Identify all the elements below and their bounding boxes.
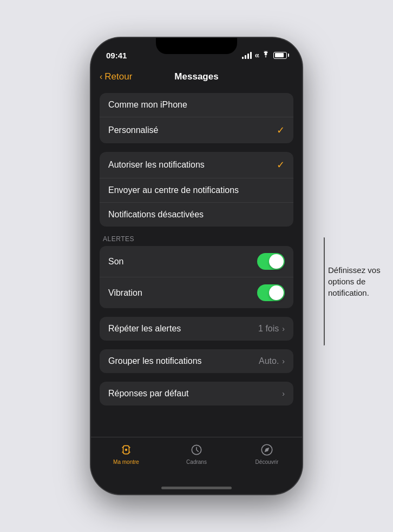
reponses-label: Réponses par défaut [108,389,189,398]
responses-section: Réponses par défaut › [100,382,293,405]
svg-point-2 [125,449,127,451]
bar1 [242,57,244,59]
bar3 [247,54,249,59]
ma-montre-icon [119,443,133,457]
envoyer-label: Envoyer au centre de notifications [108,185,239,195]
grouper-value: Auto. [259,356,279,366]
repeter-chevron-icon: › [282,324,285,333]
screen: 09:41 𝛂 [91,38,302,494]
autoriser-check-icon: ✓ [277,159,285,171]
grouper-label: Grouper les notifications [108,356,202,366]
signal-icon [242,52,252,59]
son-toggle-knob [269,254,284,269]
nav-bar: ‹ Retour Messages [91,65,302,89]
scene: Définissez vos options de notification. … [0,0,393,532]
vibration-toggle-knob [269,285,284,300]
vibration-label: Vibration [108,288,142,298]
group-section: Grouper les notifications Auto. › [100,349,293,373]
status-icons: 𝛂 [242,51,287,59]
alerts-section: ALERTES Son Vibration [100,235,293,308]
repeter-value: 1 fois [258,324,279,334]
callout: Définissez vos options de notification. [324,232,388,345]
decouvrir-icon [260,443,274,457]
back-button[interactable]: ‹ Retour [100,71,132,82]
repeter-item[interactable]: Répéter les alertes 1 fois › [100,317,293,341]
repeter-right: 1 fois › [258,324,285,334]
tab-bar: Ma montre Cadrans [91,437,302,481]
grouper-item[interactable]: Grouper les notifications Auto. › [100,349,293,373]
wifi-icon: 𝛂 [255,51,270,59]
comme-iphone-item[interactable]: Comme mon iPhone [100,93,293,117]
personnalise-item[interactable]: Personnalisé ✓ [100,117,293,143]
envoyer-item[interactable]: Envoyer au centre de notifications [100,178,293,202]
battery-icon [273,52,287,59]
callout-text: Définissez vos options de notification. [328,232,388,298]
cadrans-icon [189,443,204,457]
tab-cadrans[interactable]: Cadrans [178,443,215,465]
son-toggle[interactable] [257,253,285,270]
autoriser-label: Autoriser les notifications [108,160,205,170]
reponses-right: › [282,389,285,398]
bar4 [250,52,252,59]
battery-fill [275,53,284,57]
mode-section: Comme mon iPhone Personnalisé ✓ [100,93,293,143]
personnalise-label: Personnalisé [108,125,159,135]
notification-card: Autoriser les notifications ✓ Envoyer au… [100,152,293,227]
repeater-card: Répéter les alertes 1 fois › [100,317,293,341]
reponses-chevron-icon: › [282,389,285,398]
grouper-chevron-icon: › [282,357,285,365]
repeter-label: Répéter les alertes [108,324,181,334]
notification-section: Autoriser les notifications ✓ Envoyer au… [100,152,293,227]
repeater-section: Répéter les alertes 1 fois › [100,317,293,341]
notch [156,38,237,54]
alerts-card: Son Vibration [100,246,293,308]
svg-marker-9 [265,448,270,453]
back-label: Retour [104,71,132,82]
back-chevron-icon: ‹ [100,72,102,82]
tab-ma-montre[interactable]: Ma montre [107,443,145,465]
group-card: Grouper les notifications Auto. › [100,349,293,373]
ma-montre-label: Ma montre [113,459,139,465]
decouvrir-label: Découvrir [256,459,279,465]
home-bar [161,487,232,489]
callout-bracket [324,237,325,345]
phone-shell: 09:41 𝛂 [91,38,302,494]
home-indicator [91,481,302,494]
nav-title: Messages [174,71,218,82]
comme-iphone-label: Comme mon iPhone [108,100,187,110]
vibration-item[interactable]: Vibration [100,277,293,308]
scroll-content[interactable]: Comme mon iPhone Personnalisé ✓ Autorise… [91,89,302,437]
desactivees-item[interactable]: Notifications désactivées [100,202,293,227]
desactivees-label: Notifications désactivées [108,210,204,220]
bar2 [245,55,246,59]
son-label: Son [108,257,123,267]
alerts-label: ALERTES [100,235,293,246]
personnalise-check-icon: ✓ [277,124,285,136]
mode-card: Comme mon iPhone Personnalisé ✓ [100,93,293,143]
son-item[interactable]: Son [100,246,293,277]
tab-decouvrir[interactable]: Découvrir [248,443,286,465]
grouper-right: Auto. › [259,356,285,366]
autoriser-item[interactable]: Autoriser les notifications ✓ [100,152,293,178]
responses-card: Réponses par défaut › [100,382,293,405]
cadrans-label: Cadrans [186,459,207,465]
status-time: 09:41 [106,51,127,60]
reponses-item[interactable]: Réponses par défaut › [100,382,293,405]
vibration-toggle[interactable] [257,284,285,301]
